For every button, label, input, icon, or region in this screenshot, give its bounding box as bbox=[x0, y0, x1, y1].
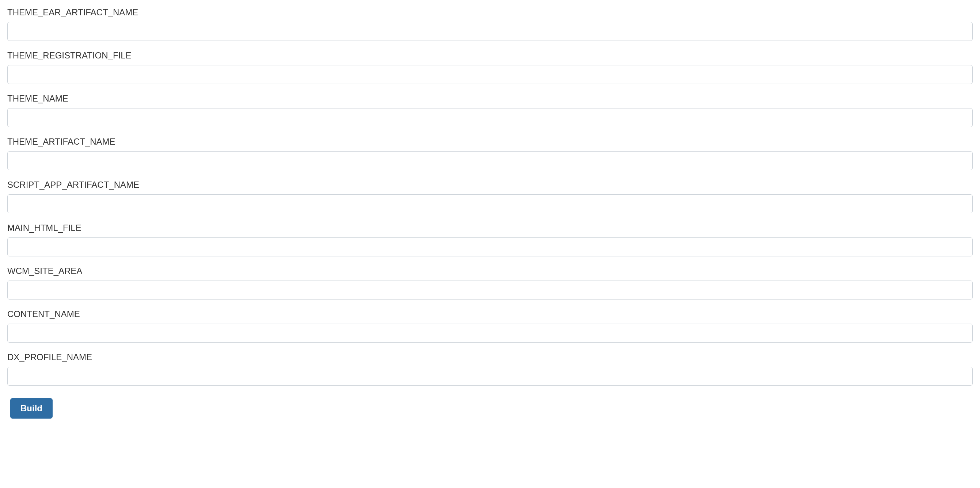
label-script-app-artifact-name: SCRIPT_APP_ARTIFACT_NAME bbox=[7, 180, 973, 190]
input-dx-profile-name[interactable] bbox=[7, 367, 973, 386]
form-group-wcm-site-area: WCM_SITE_AREA bbox=[7, 266, 973, 299]
label-theme-ear-artifact-name: THEME_EAR_ARTIFACT_NAME bbox=[7, 7, 973, 17]
form-group-theme-name: THEME_NAME bbox=[7, 94, 973, 127]
label-wcm-site-area: WCM_SITE_AREA bbox=[7, 266, 973, 276]
form-group-dx-profile-name: DX_PROFILE_NAME bbox=[7, 352, 973, 386]
label-dx-profile-name: DX_PROFILE_NAME bbox=[7, 352, 973, 362]
build-button[interactable]: Build bbox=[10, 398, 52, 419]
label-theme-registration-file: THEME_REGISTRATION_FILE bbox=[7, 51, 973, 60]
input-script-app-artifact-name[interactable] bbox=[7, 194, 973, 213]
input-content-name[interactable] bbox=[7, 324, 973, 343]
input-theme-registration-file[interactable] bbox=[7, 65, 973, 84]
label-main-html-file: MAIN_HTML_FILE bbox=[7, 223, 973, 233]
label-content-name: CONTENT_NAME bbox=[7, 309, 973, 319]
input-theme-artifact-name[interactable] bbox=[7, 151, 973, 170]
form-group-theme-registration-file: THEME_REGISTRATION_FILE bbox=[7, 51, 973, 84]
form-group-main-html-file: MAIN_HTML_FILE bbox=[7, 223, 973, 256]
form-group-script-app-artifact-name: SCRIPT_APP_ARTIFACT_NAME bbox=[7, 180, 973, 213]
label-theme-name: THEME_NAME bbox=[7, 94, 973, 104]
input-theme-ear-artifact-name[interactable] bbox=[7, 22, 973, 41]
form-group-theme-ear-artifact-name: THEME_EAR_ARTIFACT_NAME bbox=[7, 7, 973, 41]
input-wcm-site-area[interactable] bbox=[7, 281, 973, 299]
form-group-content-name: CONTENT_NAME bbox=[7, 309, 973, 343]
input-main-html-file[interactable] bbox=[7, 237, 973, 256]
build-form: THEME_EAR_ARTIFACT_NAME THEME_REGISTRATI… bbox=[7, 7, 973, 419]
form-group-theme-artifact-name: THEME_ARTIFACT_NAME bbox=[7, 137, 973, 170]
label-theme-artifact-name: THEME_ARTIFACT_NAME bbox=[7, 137, 973, 147]
input-theme-name[interactable] bbox=[7, 108, 973, 127]
